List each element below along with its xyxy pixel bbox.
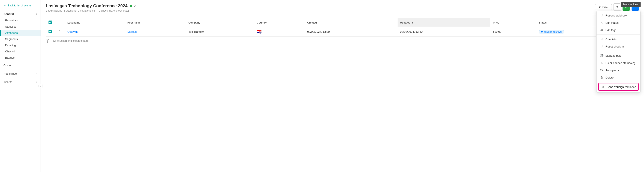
external-link-icon[interactable]: ⤢ xyxy=(134,4,136,8)
dropdown-mark-paid[interactable]: 💬 Mark as paid xyxy=(596,52,640,59)
last-name-cell[interactable]: Octavius xyxy=(65,27,125,37)
dropdown-divider-2 xyxy=(596,51,640,51)
dropdown-edit-tags[interactable]: 🏷 Edit tags xyxy=(596,26,640,34)
reset-checkin-icon: ↺ xyxy=(600,45,604,48)
dropdown-reset-checkin[interactable]: ↺ Reset check-in xyxy=(596,43,640,50)
chevron-right-icon: › xyxy=(36,73,37,75)
sidebar-item-statistics[interactable]: Statistics xyxy=(0,23,40,30)
clear-bounce-icon: ⊘ xyxy=(600,61,604,65)
more-actions-button[interactable]: More actions xyxy=(620,2,640,7)
price-header[interactable]: Price xyxy=(490,18,536,27)
page-title: Las Vegas Technology Conference 2024 xyxy=(46,3,128,8)
sidebar-content-link[interactable]: Content › xyxy=(0,62,40,69)
export-icon: ⬆ xyxy=(616,5,618,9)
dropdown-resend-webhook[interactable]: ↺ Resend webhook xyxy=(596,12,640,19)
chevron-right-icon: › xyxy=(36,64,37,67)
company-cell: Tod Trantow xyxy=(186,27,254,37)
delete-icon: 🗑 xyxy=(600,76,604,79)
sidebar-item-segments[interactable]: Segments xyxy=(0,36,40,42)
row-actions-cell[interactable]: ⋮ xyxy=(54,27,65,37)
row-checkbox-cell[interactable] xyxy=(46,27,54,37)
status-badge: pending approval xyxy=(539,30,564,34)
back-arrow-icon: ← xyxy=(4,4,6,7)
sidebar-item-badges[interactable]: Badges xyxy=(0,55,40,61)
table-header-row: Last name First name Company Country Cre… xyxy=(46,18,639,27)
dropdown-divider-1 xyxy=(596,34,640,35)
dropdown-clear-bounce[interactable]: ⊘ Clear bounce status(es) xyxy=(596,59,640,67)
select-all-checkbox[interactable] xyxy=(48,20,52,24)
header-left: Las Vegas Technology Conference 2024 ⤢ 1… xyxy=(46,3,136,12)
chevron-right-icon: › xyxy=(36,81,37,83)
select-all-header[interactable] xyxy=(46,18,54,27)
yousign-icon: ✉ xyxy=(601,85,605,88)
price-cell: €10.00 xyxy=(490,27,536,37)
attendees-table-area: Last name First name Company Country Cre… xyxy=(41,15,644,172)
attendees-table: Last name First name Company Country Cre… xyxy=(46,18,639,37)
filter-icon: ▼ xyxy=(598,5,601,9)
sidebar: ← Back to list of events General ▾ Essen… xyxy=(0,0,41,172)
dropdown-checkin[interactable]: ⇄ Check-in xyxy=(596,35,640,43)
sidebar-general-header[interactable]: General ▾ xyxy=(0,11,40,17)
back-to-events-link[interactable]: ← Back to list of events xyxy=(0,2,40,9)
dropdown-yousign-reminder[interactable]: ✉ Send Yousign reminder xyxy=(598,83,639,91)
sidebar-general-section: General ▾ Essentials Statistics Attendee… xyxy=(0,11,40,61)
sidebar-item-essentials[interactable]: Essentials xyxy=(0,17,40,23)
info-icon: i xyxy=(46,39,49,43)
dropdown-menu: ↺ Resend webhook ✎ Edit status 🏷 Edit ta… xyxy=(596,11,640,93)
country-cell: 🇭🇷 xyxy=(254,27,304,37)
page-header: Las Vegas Technology Conference 2024 ⤢ 1… xyxy=(41,0,644,15)
sidebar-item-checkin[interactable]: Check-in xyxy=(0,48,40,55)
created-header[interactable]: Created xyxy=(304,18,397,27)
sidebar-item-emailing[interactable]: Emailing xyxy=(0,42,40,48)
dropdown-divider-3 xyxy=(596,82,640,82)
anonymize-icon: 🛡 xyxy=(600,69,604,72)
main-content: Las Vegas Technology Conference 2024 ⤢ 1… xyxy=(41,0,644,172)
export-button[interactable]: ⬆ xyxy=(614,3,621,11)
actions-header xyxy=(54,18,65,27)
event-subtitle: 1 registrations (1 attending, 0 not atte… xyxy=(46,9,136,12)
dropdown-anonymize[interactable]: 🛡 Anonymize xyxy=(596,67,640,74)
sidebar-tickets-link[interactable]: Tickets › xyxy=(0,78,40,86)
chevron-down-icon: ▾ xyxy=(36,13,37,15)
country-header[interactable]: Country xyxy=(254,18,304,27)
updated-header[interactable]: Updated ▾ xyxy=(398,18,490,27)
help-export-row[interactable]: i How to Export and import feature xyxy=(46,37,639,45)
company-header[interactable]: Company xyxy=(186,18,254,27)
dropdown-edit-status[interactable]: ✎ Edit status xyxy=(596,19,640,26)
row-checkbox[interactable] xyxy=(48,30,52,33)
status-active-dot xyxy=(130,5,132,7)
first-name-header[interactable]: First name xyxy=(125,18,186,27)
header-title-row: Las Vegas Technology Conference 2024 ⤢ xyxy=(46,3,136,8)
edit-status-icon: ✎ xyxy=(600,21,604,24)
dropdown-delete[interactable]: 🗑 Delete xyxy=(596,74,640,81)
country-flag: 🇭🇷 xyxy=(257,30,262,34)
attendee-last-name-link[interactable]: Octavius xyxy=(68,30,78,33)
updated-cell: 08/08/2024, 13:40 xyxy=(398,27,490,37)
created-cell: 08/08/2024, 13:39 xyxy=(304,27,397,37)
sidebar-collapse-button[interactable]: ‹ xyxy=(38,84,43,88)
sidebar-registration-link[interactable]: Registration › xyxy=(0,70,40,78)
table-row: ⋮ Octavius Marcus Tod Trantow 🇭🇷 08/08/2… xyxy=(46,27,639,37)
last-name-header[interactable]: Last name xyxy=(65,18,125,27)
attendee-first-name-link[interactable]: Marcus xyxy=(128,30,137,33)
badge-dot-icon xyxy=(541,31,543,32)
filter-button[interactable]: ▼ Filter xyxy=(595,4,612,10)
sidebar-item-attendees[interactable]: Attendees xyxy=(0,30,40,36)
first-name-cell[interactable]: Marcus xyxy=(125,27,186,37)
checkin-icon: ⇄ xyxy=(600,37,604,41)
sort-desc-icon: ▾ xyxy=(412,22,413,24)
mark-paid-icon: 💬 xyxy=(600,54,604,57)
row-dots-button[interactable]: ⋮ xyxy=(57,29,62,34)
edit-tags-icon: 🏷 xyxy=(600,28,604,32)
resend-webhook-icon: ↺ xyxy=(600,14,604,17)
